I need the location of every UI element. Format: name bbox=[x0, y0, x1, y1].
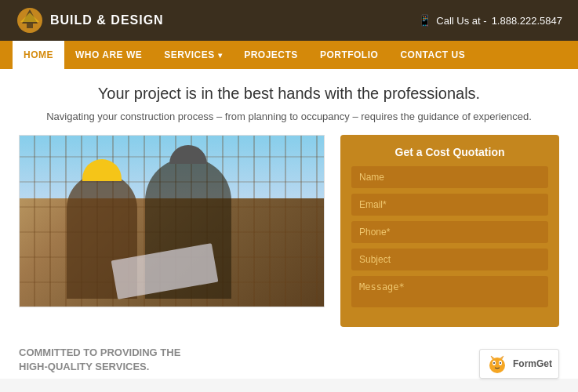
nav-item-portfolio[interactable]: PORTFOLIO bbox=[309, 41, 390, 69]
main-content: Your project is in the best hands with t… bbox=[0, 69, 578, 339]
main-nav: HOME WHO ARE WE SERVICES ▾ PROJECTS PORT… bbox=[0, 41, 578, 69]
name-input[interactable] bbox=[351, 166, 548, 188]
hero-title: Your project is in the best hands with t… bbox=[19, 85, 559, 103]
logo-area[interactable]: BUILD & DESIGN bbox=[16, 6, 164, 34]
content-row: Get a Cost Quotation bbox=[19, 135, 559, 327]
phone-area: 📱 Call Us at - 1.888.222.5847 bbox=[418, 14, 562, 27]
site-header: BUILD & DESIGN 📱 Call Us at - 1.888.222.… bbox=[0, 0, 578, 41]
svg-point-7 bbox=[493, 362, 495, 364]
nav-item-projects[interactable]: PROJECTS bbox=[233, 41, 309, 69]
quote-form: Get a Cost Quotation bbox=[340, 135, 559, 327]
nav-item-contact-us[interactable]: CONTACT US bbox=[389, 41, 476, 69]
quote-form-title: Get a Cost Quotation bbox=[351, 146, 548, 158]
phone-label: Call Us at - bbox=[436, 15, 486, 27]
committed-text: COMMITTED TO PROVIDING THE HIGH-QUALITY … bbox=[19, 346, 207, 374]
construction-image bbox=[19, 135, 325, 307]
message-input[interactable] bbox=[351, 276, 548, 307]
formget-cat-icon bbox=[486, 353, 508, 375]
svg-point-4 bbox=[489, 358, 505, 373]
svg-point-8 bbox=[500, 362, 501, 364]
phone-icon: 📱 bbox=[418, 14, 431, 27]
email-input[interactable] bbox=[351, 194, 548, 216]
services-dropdown-chevron: ▾ bbox=[218, 51, 223, 60]
hero-subtitle: Navigating your construction process – f… bbox=[19, 111, 559, 122]
logo-icon bbox=[16, 6, 44, 34]
formget-badge[interactable]: FormGet bbox=[479, 349, 559, 379]
nav-item-home[interactable]: HOME bbox=[13, 41, 64, 69]
phone-number: 1.888.222.5847 bbox=[492, 15, 562, 27]
bottom-section: COMMITTED TO PROVIDING THE HIGH-QUALITY … bbox=[0, 339, 578, 379]
svg-rect-2 bbox=[27, 24, 33, 28]
subject-input[interactable] bbox=[351, 249, 548, 270]
nav-item-services[interactable]: SERVICES ▾ bbox=[153, 41, 233, 69]
logo-text: BUILD & DESIGN bbox=[50, 13, 164, 27]
nav-item-who-are-we[interactable]: WHO ARE WE bbox=[64, 41, 153, 69]
phone-input[interactable] bbox=[351, 221, 548, 243]
formget-label: FormGet bbox=[513, 358, 552, 369]
